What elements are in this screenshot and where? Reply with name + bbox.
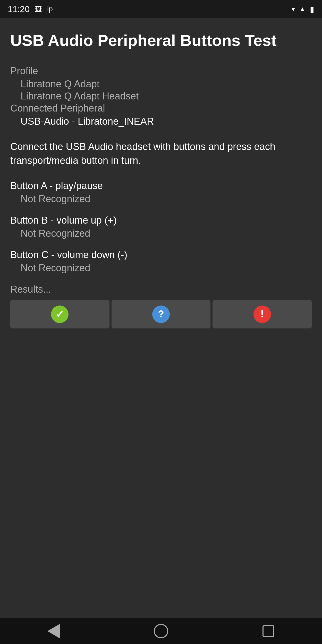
status-time: 11:20 <box>8 4 30 14</box>
connected-peripheral-label: Connected Peripheral <box>10 103 312 114</box>
battery-icon: ▮ <box>310 5 314 14</box>
button-c-section: Button C - volume down (-) Not Recognize… <box>10 249 312 274</box>
recent-button[interactable] <box>258 621 279 641</box>
status-bar: 11:20 🖼 ip ▾ ▲ ▮ <box>0 0 322 18</box>
back-button[interactable] <box>43 621 64 641</box>
nav-bar <box>0 618 322 644</box>
signal-icon: ▲ <box>299 5 306 13</box>
photo-icon: 🖼 <box>35 5 42 13</box>
fail-icon: ! <box>253 306 271 323</box>
info-text: Connect the USB Audio headset with butto… <box>10 140 312 167</box>
button-a-status: Not Recognized <box>10 193 312 205</box>
info-button[interactable]: ? <box>112 300 211 328</box>
pass-icon: ✓ <box>51 306 69 323</box>
home-icon <box>154 624 168 638</box>
button-c-label: Button C - volume down (-) <box>10 249 312 260</box>
action-buttons-row: ✓ ? ! <box>10 300 312 328</box>
results-label: Results... <box>10 284 312 295</box>
button-a-label: Button A - play/pause <box>10 180 312 191</box>
recent-icon <box>262 625 274 637</box>
button-b-status: Not Recognized <box>10 228 312 239</box>
button-c-status: Not Recognized <box>10 262 312 274</box>
page-title: USB Audio Peripheral Buttons Test <box>10 31 312 50</box>
main-content: USB Audio Peripheral Buttons Test Profil… <box>0 18 322 339</box>
profile-label: Profile <box>10 65 312 77</box>
button-b-label: Button B - volume up (+) <box>10 215 312 226</box>
wifi-icon: ▾ <box>292 5 295 13</box>
status-right: ▾ ▲ ▮ <box>292 5 314 14</box>
connected-peripheral-value: USB-Audio - Libratone_INEAR <box>10 116 312 127</box>
button-a-section: Button A - play/pause Not Recognized <box>10 180 312 205</box>
ip-label: ip <box>47 5 53 13</box>
pass-button[interactable]: ✓ <box>10 300 109 328</box>
profile-section: Profile Libratone Q Adapt Libratone Q Ad… <box>10 65 312 102</box>
button-b-section: Button B - volume up (+) Not Recognized <box>10 215 312 239</box>
profile-item-2: Libratone Q Adapt Headset <box>10 91 312 102</box>
back-icon <box>47 624 60 638</box>
profile-item-1: Libratone Q Adapt <box>10 79 312 90</box>
fail-button[interactable]: ! <box>213 300 312 328</box>
info-icon: ? <box>152 306 170 323</box>
status-left: 11:20 🖼 ip <box>8 4 53 14</box>
connected-peripheral-section: Connected Peripheral USB-Audio - Librato… <box>10 103 312 127</box>
home-button[interactable] <box>151 621 171 641</box>
